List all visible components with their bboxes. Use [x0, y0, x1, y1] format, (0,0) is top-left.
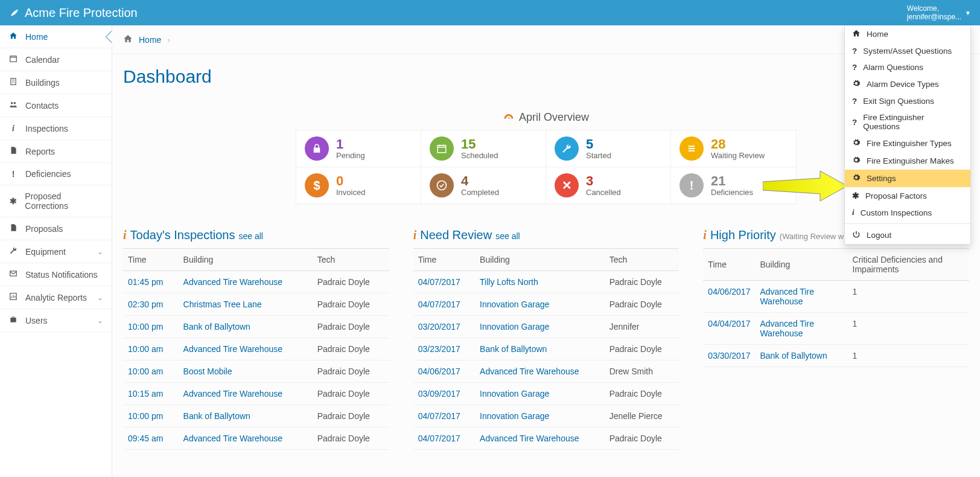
dropdown-item-custom-inspections[interactable]: iCustom Inspections [845, 204, 970, 221]
link[interactable]: 02:30 pm [128, 299, 163, 309]
link[interactable]: Advanced Tire Warehouse [760, 287, 814, 306]
sidebar-item-equipment[interactable]: Equipment⌄ [0, 240, 112, 263]
link[interactable]: Boost Mobile [183, 367, 232, 376]
link[interactable]: Innovation Garage [480, 322, 549, 331]
dropdown-item-fire-extinguisher-types[interactable]: Fire Extinguisher Types [845, 135, 970, 152]
overview-completed[interactable]: 4Completed [421, 167, 546, 203]
link[interactable]: Bank of Ballytown [480, 344, 547, 354]
overview-started[interactable]: 5Started [546, 130, 671, 167]
sidebar-item-calendar[interactable]: Calendar [0, 48, 112, 71]
file-icon [8, 223, 18, 234]
link[interactable]: Advanced Tire Warehouse [183, 344, 282, 354]
dropdown-item-system-asset-questions[interactable]: ?System/Asset Questions [845, 43, 970, 59]
question-icon: ? [852, 97, 857, 106]
sidebar-item-status-notifications[interactable]: Status Notifications [0, 263, 112, 286]
dropdown-item-settings[interactable]: Settings [845, 170, 970, 187]
link[interactable]: 10:00 pm [128, 411, 163, 421]
sidebar-item-reports[interactable]: Reports [0, 140, 112, 163]
file-icon [8, 146, 18, 156]
link[interactable]: 09:45 am [128, 434, 163, 443]
overview-deficiencies[interactable]: !21Deficiencies [671, 167, 796, 203]
link[interactable]: Bank of Ballytown [760, 351, 827, 360]
link[interactable]: Advanced Tire Warehouse [183, 389, 282, 399]
overview-pending[interactable]: 1Pending [296, 130, 421, 167]
table-cell: 04/07/2017 [413, 427, 475, 450]
svg-point-8 [438, 181, 447, 190]
link[interactable]: 01:45 pm [128, 277, 163, 287]
sidebar-item-label: Buildings [25, 78, 60, 88]
link[interactable]: Christmas Tree Lane [183, 299, 262, 309]
link[interactable]: Innovation Garage [480, 389, 549, 399]
overview-invoiced[interactable]: $0Invoiced [296, 167, 421, 203]
link[interactable]: 03/23/2017 [418, 344, 460, 354]
sidebar-item-contacts[interactable]: Contacts [0, 94, 112, 117]
sidebar-item-analytic-reports[interactable]: Analytic Reports⌄ [0, 286, 112, 309]
user-menu-toggle[interactable]: Welcome, jennifer@inspe... ▼ [907, 4, 971, 22]
sidebar-item-label: Analytic Reports [25, 293, 87, 303]
link[interactable]: Innovation Garage [480, 411, 549, 421]
link[interactable]: 04/07/2017 [418, 277, 460, 287]
dropdown-item-label: Fire Extinguisher Types [867, 139, 952, 148]
overview-cancelled[interactable]: ✕3Cancelled [546, 167, 671, 203]
link[interactable]: 10:00 am [128, 367, 163, 376]
link[interactable]: Advanced Tire Warehouse [183, 277, 282, 287]
sidebar-item-home[interactable]: Home [0, 25, 112, 48]
table-row: 04/07/2017Innovation GaragePadraic Doyle [413, 293, 679, 316]
link[interactable]: Advanced Tire Warehouse [760, 319, 814, 338]
sidebar-item-label: Reports [25, 147, 55, 156]
dropdown-item-fire-extinguisher-questions[interactable]: ?Fire Extinguisher Questions [845, 109, 970, 135]
link[interactable]: 10:00 am [128, 344, 163, 354]
dropdown-item-exit-sign-questions[interactable]: ?Exit Sign Questions [845, 93, 970, 109]
link[interactable]: 04/07/2017 [418, 411, 460, 421]
link[interactable]: Tilly Lofts North [480, 277, 538, 287]
link[interactable]: 03/20/2017 [418, 322, 460, 331]
overview-scheduled[interactable]: 15Scheduled [421, 130, 546, 167]
dropdown-item-alarm-device-types[interactable]: Alarm Device Types [845, 75, 970, 93]
sidebar-item-proposed-corrections[interactable]: ✱Proposed Corrections [0, 185, 112, 217]
link[interactable]: Bank of Ballytown [183, 411, 250, 421]
overview-count: 4 [461, 174, 499, 188]
dropdown-item-proposal-factors[interactable]: ✱Proposal Factors [845, 187, 970, 204]
link[interactable]: Bank of Ballytown [183, 322, 250, 331]
link[interactable]: Innovation Garage [480, 299, 549, 309]
see-all-link[interactable]: see all [238, 231, 262, 241]
overview-label: Completed [461, 188, 499, 197]
sidebar-item-buildings[interactable]: Buildings [0, 71, 112, 94]
link[interactable]: 03/09/2017 [418, 389, 460, 399]
table-cell: 04/04/2017 [703, 313, 755, 345]
table-cell: Padraic Doyle [605, 271, 679, 293]
sidebar-item-users[interactable]: Users⌄ [0, 309, 112, 332]
link[interactable]: 04/04/2017 [708, 319, 750, 328]
user-dropdown: Home?System/Asset Questions?Alarm Questi… [844, 25, 971, 245]
dropdown-item-alarm-questions[interactable]: ?Alarm Questions [845, 59, 970, 75]
dropdown-item-home[interactable]: Home [845, 25, 970, 43]
see-all-link[interactable]: see all [495, 231, 520, 241]
table-row: 01:45 pmAdvanced Tire WarehousePadraic D… [123, 271, 389, 293]
table-cell: Advanced Tire Warehouse [179, 271, 313, 293]
overview-waiting-review[interactable]: 28Waiting Review [671, 130, 796, 167]
link[interactable]: 04/07/2017 [418, 299, 460, 309]
table-row: 02:30 pmChristmas Tree LanePadraic Doyle [123, 293, 389, 316]
dropdown-item-logout[interactable]: Logout [845, 226, 970, 244]
link[interactable]: 10:00 pm [128, 322, 163, 331]
overview-label: Deficiencies [711, 188, 753, 197]
breadcrumb-home[interactable]: Home [139, 35, 161, 45]
sidebar-item-proposals[interactable]: Proposals [0, 217, 112, 240]
sidebar-item-inspections[interactable]: iInspections [0, 117, 112, 140]
brand[interactable]: Acme Fire Protection [9, 6, 138, 20]
link[interactable]: Advanced Tire Warehouse [183, 434, 282, 443]
link[interactable]: 04/06/2017 [708, 287, 750, 296]
link[interactable]: 10:15 am [128, 389, 163, 399]
link[interactable]: 03/30/2017 [708, 351, 750, 360]
overview-title-label: April Overview [519, 111, 589, 124]
link[interactable]: 04/06/2017 [418, 367, 460, 376]
link[interactable]: Advanced Tire Warehouse [480, 367, 579, 376]
link[interactable]: 04/07/2017 [418, 434, 460, 443]
info-icon: i [852, 208, 854, 217]
brand-label: Acme Fire Protection [25, 6, 138, 20]
sidebar-item-deficiencies[interactable]: !Deficiencies [0, 163, 112, 185]
chevron-down-icon: ⌄ [97, 293, 103, 302]
table-cell: Advanced Tire Warehouse [179, 383, 313, 405]
link[interactable]: Advanced Tire Warehouse [480, 434, 579, 443]
dropdown-item-fire-extinguisher-makes[interactable]: Fire Extinguisher Makes [845, 152, 970, 170]
